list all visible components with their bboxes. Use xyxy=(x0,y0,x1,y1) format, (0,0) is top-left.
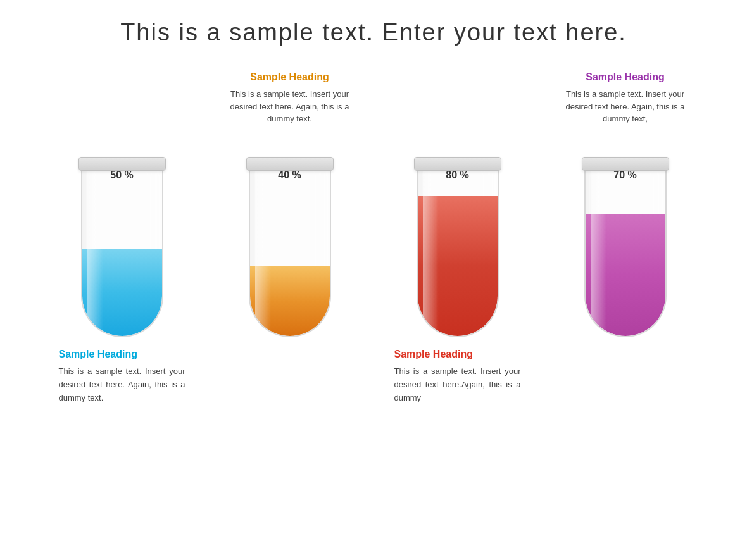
heading-purple: Sample Heading xyxy=(586,72,664,83)
tube-outer-purple xyxy=(584,160,667,337)
body-purple: This is a sample text. Insert your desir… xyxy=(556,88,695,125)
content-area: 50 % Sample Heading This is a sample tex… xyxy=(0,72,747,404)
tube-rim-blue xyxy=(78,157,166,171)
page-title: This is a sample text. Enter your text h… xyxy=(0,0,747,59)
tube-rim-orange xyxy=(246,157,334,171)
heading-blue: Sample Heading xyxy=(59,349,185,360)
liquid-red xyxy=(418,196,498,336)
label-red: 80 % xyxy=(417,170,499,181)
bottom-text-red: Sample Heading This is a sample text. In… xyxy=(394,349,521,404)
bottom-spacer-purple xyxy=(562,349,689,399)
liquid-purple xyxy=(586,214,665,336)
heading-orange: Sample Heading xyxy=(250,72,329,83)
body-orange: This is a sample text. Insert your desir… xyxy=(220,88,360,125)
tube-column-orange: Sample Heading This is a sample text. In… xyxy=(220,72,360,399)
body-blue: This is a sample text. Insert your desir… xyxy=(59,365,185,404)
label-orange: 40 % xyxy=(249,170,331,181)
tube-outer-blue xyxy=(81,160,163,337)
tube-red: 80 % xyxy=(417,160,499,337)
tube-orange: 40 % xyxy=(249,160,331,337)
label-blue: 50 % xyxy=(81,170,163,181)
tube-outer-red xyxy=(417,160,499,337)
heading-red: Sample Heading xyxy=(394,349,521,360)
bottom-text-blue: Sample Heading This is a sample text. In… xyxy=(59,349,185,404)
tube-rim-purple xyxy=(582,157,669,171)
label-purple: 70 % xyxy=(584,170,667,181)
tube-purple: 70 % xyxy=(584,160,667,337)
tube-column-purple: Sample Heading This is a sample text. In… xyxy=(556,72,695,399)
top-text-purple: Sample Heading This is a sample text. In… xyxy=(556,72,695,154)
tube-blue: 50 % xyxy=(81,160,163,337)
liquid-orange xyxy=(250,266,330,336)
liquid-blue xyxy=(82,249,162,336)
bottom-spacer-orange xyxy=(227,349,353,399)
top-text-orange: Sample Heading This is a sample text. In… xyxy=(220,72,360,154)
tube-rim-red xyxy=(414,157,501,171)
tube-column-blue: 50 % Sample Heading This is a sample tex… xyxy=(53,72,192,404)
body-red: This is a sample text. Insert your desir… xyxy=(394,365,521,404)
tube-column-red: 80 % Sample Heading This is a sample tex… xyxy=(388,72,527,404)
tube-outer-orange xyxy=(249,160,331,337)
